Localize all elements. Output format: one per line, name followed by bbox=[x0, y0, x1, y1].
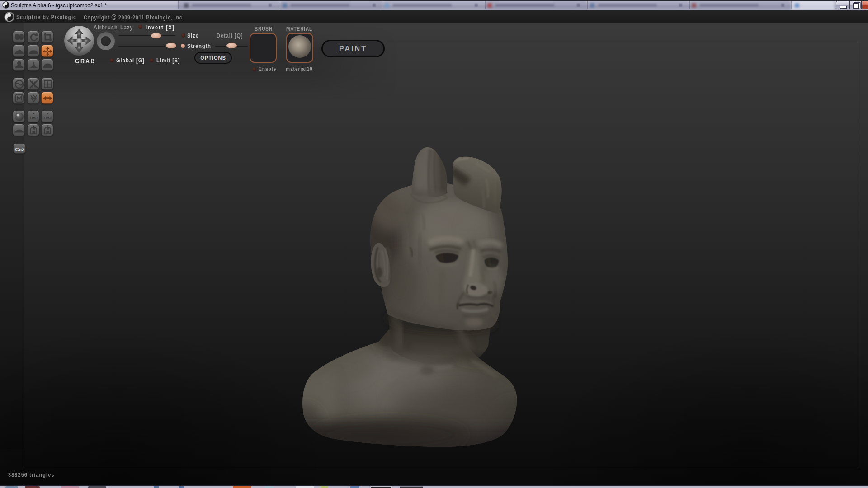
svg-text:GoZ: GoZ bbox=[15, 146, 25, 152]
svg-text:OBJ: OBJ bbox=[30, 115, 38, 120]
svg-text:OBJ: OBJ bbox=[44, 115, 52, 120]
